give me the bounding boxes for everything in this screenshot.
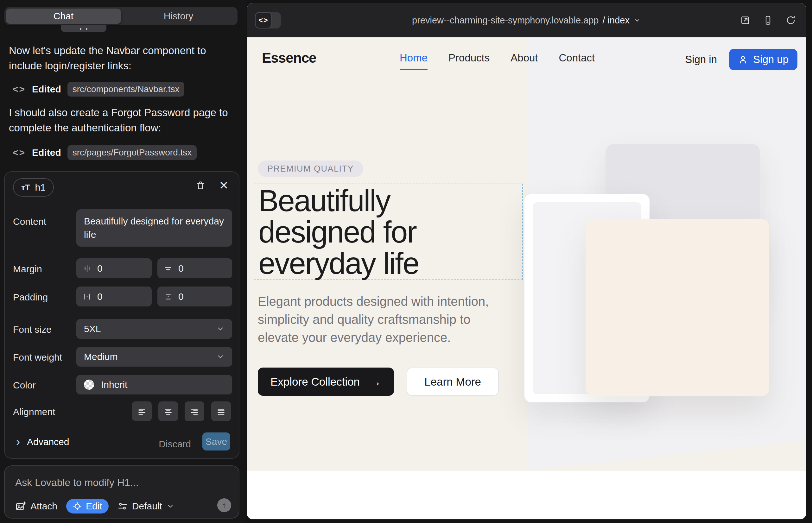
chevron-down-icon: [216, 325, 225, 333]
decor-card-cream: [586, 219, 769, 396]
edited-file-row: <> Edited src/pages/ForgotPassword.tsx: [13, 145, 197, 160]
align-center-icon: [163, 406, 173, 416]
mode-select[interactable]: Default: [118, 501, 174, 511]
hero-paragraph-line: simplicity and quality craftsmanship to: [258, 310, 489, 329]
nav-link-products[interactable]: Products: [448, 52, 490, 70]
refresh-button[interactable]: [786, 15, 796, 25]
nav-link-about[interactable]: About: [511, 52, 538, 70]
peek-dot: [86, 28, 87, 30]
mode-label: Default: [132, 501, 162, 511]
nav-link-home[interactable]: Home: [400, 52, 427, 70]
tab-history[interactable]: History: [121, 8, 236, 24]
margin-label: Margin: [13, 264, 42, 274]
edited-label: Edited: [32, 147, 61, 158]
font-weight-select[interactable]: Medium: [76, 347, 232, 366]
advanced-toggle[interactable]: › Advanced: [16, 437, 69, 447]
font-size-select[interactable]: 5XL: [76, 319, 232, 339]
sign-up-button[interactable]: Sign up: [729, 49, 797, 70]
align-justify-button[interactable]: [211, 401, 231, 421]
content-input[interactable]: Beautifully designed for everyday life: [76, 209, 232, 247]
close-editor-button[interactable]: ✕: [219, 179, 229, 192]
font-size-value: 5XL: [84, 324, 101, 334]
edited-file-row: <> Edited src/components/Navbar.tsx: [13, 82, 184, 97]
padding-y-input[interactable]: 0: [157, 287, 232, 306]
delete-element-button[interactable]: [195, 180, 206, 191]
typography-icon: тT: [21, 183, 30, 192]
user-icon: [738, 54, 748, 65]
element-tag-pill[interactable]: тT h1: [13, 178, 54, 197]
color-select[interactable]: Inherit: [76, 375, 232, 395]
mobile-view-button[interactable]: [763, 15, 773, 25]
premium-badge: PREMIUM QUALITY: [258, 161, 363, 177]
composer-input[interactable]: Ask Lovable to modify H1...: [15, 477, 139, 488]
site-logo[interactable]: Essence: [262, 50, 316, 66]
send-button[interactable]: ↑: [217, 498, 231, 512]
color-label: Color: [13, 380, 36, 391]
sliders-icon: [118, 501, 128, 511]
advanced-label: Advanced: [27, 437, 69, 447]
padding-x-input[interactable]: 0: [76, 287, 152, 306]
margin-x-value: 0: [97, 263, 103, 274]
tab-bar: Chat History: [4, 7, 237, 25]
align-left-button[interactable]: [132, 401, 152, 421]
chevron-down-icon: [216, 353, 225, 361]
margin-x-input[interactable]: 0: [76, 258, 152, 278]
site-navbar: Essence Home Products About Contact Sign…: [247, 37, 806, 82]
explore-collection-button[interactable]: Explore Collection →: [258, 367, 394, 396]
align-center-button[interactable]: [158, 401, 178, 421]
color-value: Inherit: [101, 379, 127, 390]
open-in-new-tab-button[interactable]: [740, 15, 750, 25]
align-right-icon: [189, 406, 199, 416]
margin-y-input[interactable]: 0: [157, 258, 232, 278]
font-weight-label: Font weight: [13, 352, 62, 363]
margin-vertical-icon: [164, 264, 173, 273]
save-button[interactable]: Save: [202, 432, 230, 451]
mobile-phone-icon: [763, 15, 773, 25]
sign-in-link[interactable]: Sign in: [685, 54, 717, 66]
file-chip[interactable]: src/components/Navbar.tsx: [68, 82, 184, 96]
site-nav: Home Products About Contact: [400, 52, 595, 70]
align-right-button[interactable]: [184, 401, 204, 421]
trash-icon: [195, 180, 206, 191]
hero-heading-line: designed for: [259, 216, 419, 248]
element-editor-panel: тT h1 ✕ Content Beautifully designed for…: [4, 171, 240, 459]
url-bar[interactable]: preview--charming-site-symphony.lovable.…: [247, 3, 806, 37]
attach-button[interactable]: Attach: [15, 501, 57, 511]
margin-horizontal-icon: [83, 264, 91, 273]
discard-button[interactable]: Discard: [159, 439, 191, 450]
learn-more-button[interactable]: Learn More: [407, 367, 499, 396]
alignment-label: Alignment: [13, 407, 55, 417]
peek-dot: [80, 28, 82, 30]
align-justify-icon: [216, 406, 226, 416]
hero-section: Essence Home Products About Contact Sign…: [247, 37, 806, 471]
padding-label: Padding: [13, 292, 48, 303]
file-chip[interactable]: src/pages/ForgotPassword.tsx: [68, 145, 197, 160]
explore-collection-label: Explore Collection: [270, 376, 360, 388]
hero-paragraph-line: elevate your everyday experience.: [258, 329, 489, 347]
code-icon: <>: [13, 84, 26, 95]
preview-frame: <> preview--charming-site-symphony.lovab…: [247, 3, 806, 519]
arrow-right-icon: →: [369, 376, 381, 388]
edited-label: Edited: [32, 84, 61, 95]
font-weight-value: Medium: [84, 351, 118, 362]
url-path: / index: [602, 15, 629, 26]
hero-heading[interactable]: Beautifully designed for everyday life: [259, 185, 419, 279]
crosshair-icon: [72, 502, 82, 511]
padding-horizontal-icon: [83, 292, 91, 301]
font-size-label: Font size: [13, 324, 52, 335]
chat-message: I should also create a Forgot Password p…: [9, 105, 236, 136]
chat-panel: Chat History Now let's update the Navbar…: [0, 0, 246, 523]
margin-y-value: 0: [178, 263, 184, 274]
auth-actions: Sign in Sign up: [685, 49, 797, 70]
padding-y-value: 0: [178, 291, 184, 302]
edit-mode-button[interactable]: Edit: [66, 499, 109, 513]
tab-chat[interactable]: Chat: [6, 8, 121, 24]
hero-heading-line: everyday life: [259, 248, 419, 279]
open-external-icon: [740, 15, 750, 25]
chat-composer: Ask Lovable to modify H1... Attach Edit: [4, 465, 240, 519]
sign-up-label: Sign up: [753, 54, 789, 66]
padding-vertical-icon: [164, 292, 173, 301]
nav-link-contact[interactable]: Contact: [559, 52, 595, 70]
hero-cta-row: Explore Collection → Learn More: [258, 367, 499, 396]
hero-paragraph: Elegant products designed with intention…: [258, 292, 489, 347]
